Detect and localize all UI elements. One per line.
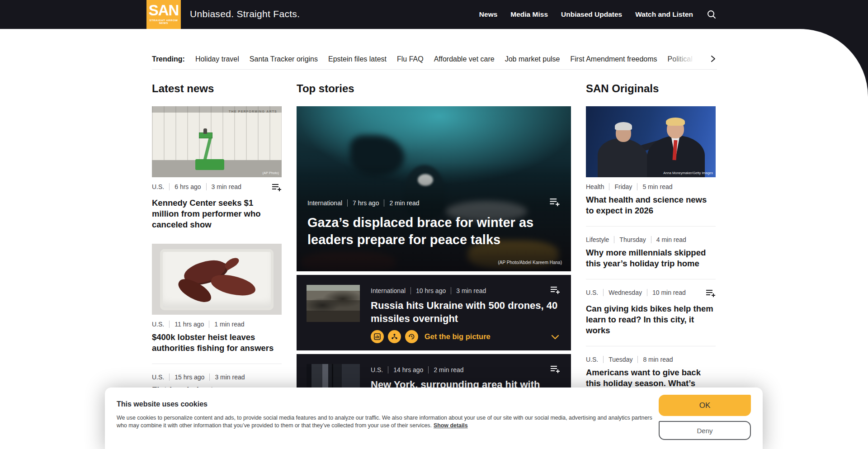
trending-item-epstein-files[interactable]: Epstein files latest [328,55,387,63]
playlist-add-icon[interactable] [706,289,716,299]
card-meta: U.S. 14 hrs ago 2 min read [371,366,464,373]
get-the-big-picture-row[interactable]: Get the big picture [371,330,491,343]
cookie-banner-title: This website uses cookies [117,400,751,408]
trending-label: Trending: [152,55,185,63]
read-time: 5 min read [637,183,672,190]
story-card-russia-ukraine[interactable]: International 10 hrs ago 3 min read Russ… [297,275,571,350]
timestamp: Thursday [614,236,646,243]
latest-article-lobster[interactable]: U.S. 11 hrs ago 1 min read $400k lobster… [152,244,282,354]
category-label: U.S. [152,183,164,190]
san-originals-section: SAN Originals Anna Moneymaker/Getty Imag… [586,82,716,433]
playlist-add-icon[interactable] [549,198,560,208]
cookie-consent-banner: This website uses cookies We use cookies… [105,388,763,449]
bar-chart-icon[interactable] [371,330,384,343]
show-details-link[interactable]: Show details [434,422,468,429]
history-clock-icon[interactable] [405,330,418,343]
hero-story-gaza[interactable]: International 7 hrs ago 2 min read Gaza’… [297,106,571,271]
read-time: 10 min read [647,289,686,296]
article-title[interactable]: Kennedy Center seeks $1 million from per… [152,198,282,230]
originals-image[interactable]: Anna Moneymaker/Getty Images [586,106,716,177]
playlist-add-icon[interactable] [550,365,560,375]
rounded-corner-decoration [800,29,868,97]
article-meta: U.S. 6 hrs ago 3 min read [152,183,241,190]
cookie-deny-button[interactable]: Deny [659,421,751,440]
nav-media-miss[interactable]: Media Miss [510,10,548,19]
primary-nav: News Media Miss Unbiased Updates Watch a… [479,0,717,29]
timestamp: 7 hrs ago [347,199,379,207]
category-label: Lifestyle [586,236,609,243]
category-label: International [371,287,406,294]
kennedy-center-image[interactable]: THE PERFORMING ARTS (AP Photo) [152,106,282,177]
right-figure-hair [666,118,685,126]
playlist-add-icon[interactable] [272,183,282,194]
timestamp: Wednesday [603,289,642,296]
trending-item-job-market[interactable]: Job market pulse [505,55,560,63]
nav-unbiased-updates[interactable]: Unbiased Updates [561,10,622,19]
read-time: 2 min read [428,366,463,373]
originals-article-kids-bikes[interactable]: U.S. Wednesday 10 min read Can giving ki… [586,289,716,336]
read-time: 3 min read [451,287,486,294]
russia-strike-image[interactable] [307,285,360,322]
category-label: U.S. [152,321,164,328]
read-time: 2 min read [384,199,419,207]
timestamp: 6 hrs ago [169,183,201,190]
read-time: 4 min read [651,236,686,243]
read-time: 3 min read [209,373,245,381]
trending-item-flu-faq[interactable]: Flu FAQ [397,55,424,63]
card-title[interactable]: Russia hits Ukraine with 500 drones, 40 … [371,299,561,325]
top-stories-heading: Top stories [297,82,571,95]
article-meta: U.S. 15 hrs ago 3 min read [152,373,245,381]
left-figure-hair [615,122,632,130]
trending-bar: Trending: Holiday travel Santa Tracker o… [152,49,717,70]
latest-news-heading: Latest news [152,82,282,95]
latest-article-kennedy[interactable]: THE PERFORMING ARTS (AP Photo) U.S. 6 hr… [152,106,282,230]
trending-item-first-amendment[interactable]: First Amendment freedoms [571,55,657,63]
trending-item-holiday-travel[interactable]: Holiday travel [195,55,239,63]
building-engraving-text: THE PERFORMING ARTS [229,110,277,113]
category-label: International [307,199,342,207]
article-title[interactable]: Can giving kids bikes help them learn to… [586,303,716,336]
timestamp: 15 hrs ago [169,373,204,381]
timestamp: 14 hrs ago [388,366,423,373]
boom-lift-arm [203,137,212,160]
divider [152,364,282,364]
latest-news-section: Latest news THE PERFORMING ARTS (AP Phot… [152,82,282,431]
hero-meta: International 7 hrs ago 2 min read [307,199,420,207]
nav-watch-and-listen[interactable]: Watch and Listen [635,10,693,19]
timestamp: Friday [609,183,632,190]
logo-acronym: SAN [146,0,181,21]
san-logo[interactable]: SAN STRAIGHT ARROW NEWS [146,0,181,29]
trending-item-santa-tracker[interactable]: Santa Tracker origins [250,55,318,63]
nav-news[interactable]: News [479,10,498,19]
originals-article-health-science[interactable]: Anna Moneymaker/Getty Images Health Frid… [586,106,716,216]
timestamp: 11 hrs ago [169,321,204,328]
search-icon[interactable] [706,9,717,20]
site-tagline: Unbiased. Straight Facts. [190,9,300,19]
trending-item-vet-care[interactable]: Affordable vet care [434,55,495,63]
big-picture-label[interactable]: Get the big picture [425,332,491,341]
timestamp: Tuesday [603,356,632,363]
originals-article-millennials[interactable]: Lifestyle Thursday 4 min read Why more m… [586,236,716,269]
hero-title[interactable]: Gaza’s displaced brace for winter as lea… [307,214,556,248]
lobster-image[interactable] [152,244,282,315]
category-label: U.S. [152,373,164,381]
chevron-right-icon[interactable] [709,55,717,65]
trending-item-political[interactable]: Political [668,55,693,63]
article-meta: Lifestyle Thursday 4 min read [586,236,686,243]
article-title[interactable]: What health and science news to expect i… [586,194,716,216]
article-title[interactable]: $400k lobster heist leaves authorities f… [152,332,282,354]
site-header: SAN STRAIGHT ARROW NEWS Unbiased. Straig… [0,0,868,29]
people-network-icon[interactable] [388,330,401,343]
article-meta: Health Friday 5 min read [586,183,673,190]
category-label: U.S. [586,289,598,296]
read-time: 3 min read [206,183,241,190]
playlist-add-icon[interactable] [550,286,560,296]
article-title[interactable]: Why more millennials skipped this year’s… [586,247,716,269]
logo-subtext: STRAIGHT ARROW NEWS [146,19,181,24]
cookie-ok-button[interactable]: OK [659,395,751,416]
san-originals-heading: SAN Originals [586,82,716,95]
article-meta: U.S. 11 hrs ago 1 min read [152,321,245,328]
cookie-banner-body: We use cookies to personalize content an… [117,414,655,430]
divider [586,279,716,279]
chevron-down-icon[interactable] [551,334,559,342]
